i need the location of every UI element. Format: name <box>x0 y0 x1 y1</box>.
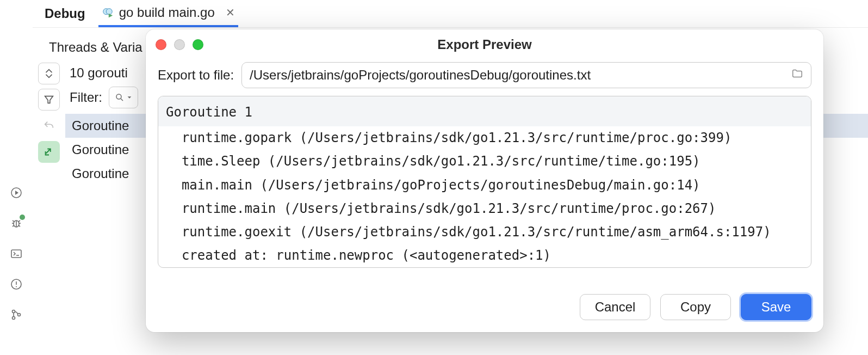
panel-gutter <box>33 59 65 186</box>
run-icon[interactable] <box>9 185 24 200</box>
filter-label: Filter: <box>70 90 102 105</box>
folder-icon[interactable] <box>791 68 803 83</box>
svg-point-23 <box>116 94 121 99</box>
filter-icon[interactable] <box>38 89 60 111</box>
export-path-value: /Users/jetbrains/goProjects/goroutinesDe… <box>250 68 591 83</box>
debug-icon[interactable] <box>9 216 24 231</box>
export-icon[interactable] <box>38 141 60 163</box>
export-to-file-label: Export to file: <box>158 68 234 83</box>
tab-file-label: go build main.go <box>119 5 215 20</box>
dialog-title: Export Preview <box>437 37 531 52</box>
svg-line-9 <box>18 225 20 227</box>
problems-icon[interactable] <box>9 277 24 292</box>
chevron-down-icon <box>127 95 132 100</box>
preview-box[interactable]: Goroutine 1 runtime.gopark (/Users/jetbr… <box>158 96 811 268</box>
search-icon <box>115 93 125 102</box>
dialog-titlebar: Export Preview <box>146 29 823 60</box>
terminal-icon[interactable] <box>9 246 24 261</box>
close-window-icon[interactable] <box>156 39 166 50</box>
svg-point-15 <box>13 310 15 313</box>
window-controls <box>156 39 203 50</box>
svg-point-19 <box>106 9 112 15</box>
svg-line-6 <box>13 221 14 222</box>
svg-point-16 <box>13 317 15 320</box>
export-path-input[interactable]: /Users/jetbrains/goProjects/goroutinesDe… <box>241 62 811 88</box>
vcs-icon[interactable] <box>9 307 24 322</box>
svg-line-7 <box>18 221 20 222</box>
export-preview-dialog: Export Preview Export to file: /Users/je… <box>146 29 823 332</box>
tab-go-build[interactable]: go build main.go ✕ <box>98 0 238 27</box>
go-run-icon <box>102 7 114 19</box>
svg-point-14 <box>16 286 17 287</box>
svg-point-17 <box>18 314 21 316</box>
collapse-icon[interactable] <box>38 63 60 84</box>
svg-line-22 <box>46 149 51 154</box>
svg-marker-1 <box>15 191 18 195</box>
save-button[interactable]: Save <box>741 294 811 320</box>
zoom-window-icon[interactable] <box>193 39 203 50</box>
svg-line-8 <box>13 225 14 227</box>
preview-text: Goroutine 1 runtime.gopark (/Users/jetbr… <box>158 96 811 268</box>
copy-button[interactable]: Copy <box>660 294 731 320</box>
undo-icon[interactable] <box>38 115 60 137</box>
tool-rail <box>0 0 33 355</box>
tab-strip: Debug go build main.go ✕ <box>33 0 238 27</box>
dialog-buttons: Cancel Copy Save <box>580 294 811 320</box>
svg-line-24 <box>121 99 123 101</box>
svg-marker-25 <box>128 96 132 98</box>
svg-marker-21 <box>45 96 53 103</box>
close-icon[interactable]: ✕ <box>226 6 235 19</box>
minimize-window-icon <box>174 39 185 50</box>
tab-debug[interactable]: Debug <box>45 6 85 21</box>
cancel-button[interactable]: Cancel <box>580 294 650 320</box>
svg-rect-10 <box>11 250 21 258</box>
filter-search[interactable] <box>109 87 138 108</box>
